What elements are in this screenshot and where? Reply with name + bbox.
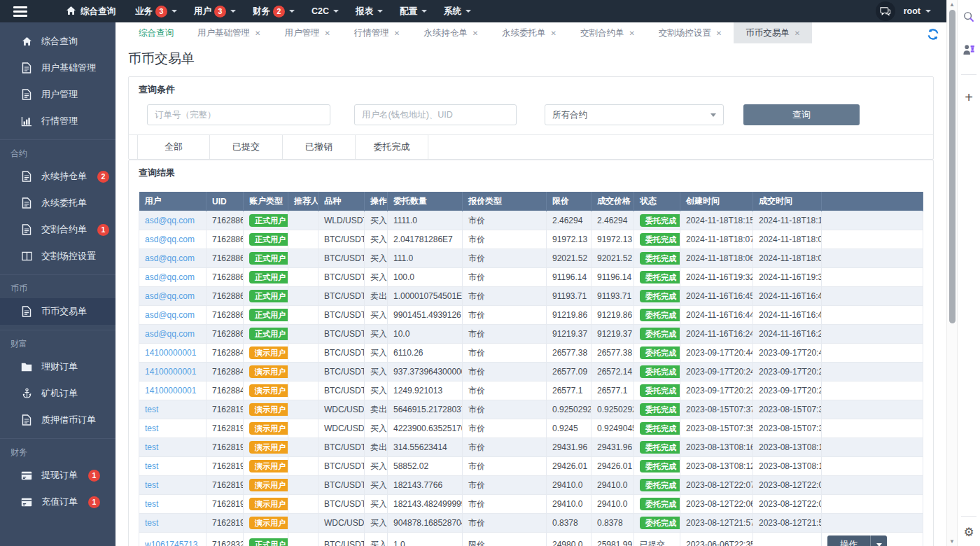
user-link[interactable]: test (145, 405, 158, 414)
tab-用户管理[interactable]: 用户管理✕ (272, 22, 342, 43)
vertical-scrollbar[interactable]: ▲ ▼ (946, 0, 957, 546)
nav-home-link[interactable]: 综合查询 (66, 6, 115, 18)
nav-menu-财务[interactable]: 财务2 (253, 6, 295, 18)
tab-币币交易单[interactable]: 币币交易单✕ (734, 22, 812, 43)
status-cell: 委托完成 (634, 230, 680, 249)
sidebar-item-永续持仓单[interactable]: 永续持仓单2 (0, 163, 115, 190)
home-icon (66, 6, 76, 18)
refresh-icon[interactable] (927, 28, 939, 41)
tab-用户基础管理[interactable]: 用户基础管理✕ (186, 22, 272, 43)
column-header-品种: 品种 (318, 192, 365, 211)
tab-交割场控设置[interactable]: 交割场控设置✕ (647, 22, 734, 43)
settings-gear-icon[interactable]: ⚙ (962, 525, 976, 539)
row-action-button[interactable]: 操作 (827, 536, 887, 546)
row-action-label: 操作 (827, 536, 870, 546)
sidebar-item-用户管理[interactable]: 用户管理 (0, 81, 115, 108)
sidebar-item-综合查询[interactable]: 综合查询 (0, 28, 115, 55)
sidebar-item-交割场控设置[interactable]: 交割场控设置 (0, 243, 115, 270)
tab-close-icon[interactable]: ✕ (716, 29, 722, 37)
status-filter-已撤销[interactable]: 已撤销 (283, 135, 356, 159)
nav-menu-label: C2C (312, 6, 329, 16)
order-id-input[interactable] (147, 104, 330, 125)
created-time-cell: 2024-11-16T16:45:48 (680, 287, 753, 306)
user-menu[interactable]: root (904, 6, 931, 16)
sidebar-item-充值订单[interactable]: 充值订单1 (0, 489, 115, 515)
account-type-badge: 正式用户 (249, 538, 288, 546)
sidebar-item-矿机订单[interactable]: 矿机订单 (0, 380, 115, 407)
search-button[interactable]: 查询 (743, 104, 860, 125)
tab-close-icon[interactable]: ✕ (255, 29, 260, 37)
tab-label: 交割场控设置 (659, 27, 711, 39)
user-link[interactable]: w1061745713 (145, 540, 197, 546)
user-name-input[interactable] (354, 104, 517, 125)
page-title: 币币交易单 (115, 43, 946, 76)
user-link[interactable]: asd@qq.com (145, 234, 195, 244)
nav-menu-配置[interactable]: 配置 (400, 6, 427, 18)
nav-menu-业务[interactable]: 业务3 (135, 6, 177, 18)
tab-永续委托单[interactable]: 永续委托单✕ (490, 22, 568, 43)
user-link[interactable]: test (145, 518, 158, 528)
user-link[interactable]: asd@qq.com (145, 253, 195, 263)
nav-menu-用户[interactable]: 用户3 (194, 6, 236, 18)
user-link[interactable]: test (145, 461, 158, 471)
add-icon[interactable]: + (962, 90, 976, 104)
symbol-cell: BTC/USDT (318, 287, 365, 306)
sidebar-item-行情管理[interactable]: 行情管理 (0, 108, 115, 134)
tab-close-icon[interactable]: ✕ (794, 29, 800, 37)
user-cell: test (139, 476, 206, 495)
sidebar-item-理财订单[interactable]: 理财订单 (0, 354, 115, 380)
members-icon[interactable] (962, 42, 976, 56)
status-filter-已提交[interactable]: 已提交 (210, 135, 283, 159)
status-filter-全部[interactable]: 全部 (137, 135, 210, 159)
column-header-UID: UID (206, 192, 244, 211)
tab-行情管理[interactable]: 行情管理✕ (342, 22, 412, 43)
quote-type-cell: 市价 (463, 363, 547, 382)
user-link[interactable]: test (145, 442, 158, 452)
user-link[interactable]: test (145, 499, 158, 509)
tab-close-icon[interactable]: ✕ (472, 29, 478, 37)
nav-menu-C2C[interactable]: C2C (312, 6, 339, 16)
uid-cell: 7162819 (206, 457, 244, 476)
account-type-badge: 演示用户 (249, 479, 288, 491)
nav-menu-系统[interactable]: 系统 (444, 6, 471, 18)
tab-综合查询[interactable]: 综合查询 (127, 22, 186, 43)
tab-close-icon[interactable]: ✕ (324, 29, 330, 37)
user-link[interactable]: asd@qq.com (145, 272, 195, 282)
tab-交割合约单[interactable]: 交割合约单✕ (568, 22, 647, 43)
table-row: test7162819演示用户BTC/USDT卖出314.55623414市价2… (139, 438, 923, 457)
limit-price-cell: 29410.0 (547, 476, 592, 495)
search-icon[interactable] (962, 10, 976, 24)
tab-close-icon[interactable]: ✕ (629, 29, 634, 37)
user-link[interactable]: asd@qq.com (145, 310, 195, 320)
scroll-up-arrow-icon[interactable]: ▲ (947, 1, 957, 8)
user-link[interactable]: asd@qq.com (145, 329, 195, 339)
nav-menu-报表[interactable]: 报表 (356, 6, 383, 18)
user-link[interactable]: asd@qq.com (145, 291, 195, 301)
chat-icon[interactable] (876, 1, 895, 21)
chevron-down-icon (289, 10, 295, 13)
sidebar-item-永续委托单[interactable]: 永续委托单 (0, 190, 115, 216)
user-link[interactable]: 14100000001 (145, 367, 196, 377)
user-link[interactable]: test (145, 480, 158, 490)
scroll-down-arrow-icon[interactable]: ▼ (947, 538, 957, 545)
scrollbar-thumb[interactable] (949, 10, 955, 323)
sidebar-item-提现订单[interactable]: 提现订单1 (0, 462, 115, 489)
chevron-down-icon[interactable] (870, 536, 887, 546)
tab-close-icon[interactable]: ✕ (394, 29, 400, 37)
sidebar-item-币币交易单[interactable]: 币币交易单 (0, 298, 115, 325)
user-link[interactable]: 14100000001 (145, 348, 196, 358)
tab-永续持仓单[interactable]: 永续持仓单✕ (412, 22, 490, 43)
sidebar-item-交割合约单[interactable]: 交割合约单1 (0, 216, 115, 243)
sidebar-item-用户基础管理[interactable]: 用户基础管理 (0, 55, 115, 81)
right-rail: + ⚙ (957, 0, 980, 546)
tab-close-icon[interactable]: ✕ (551, 29, 556, 37)
sidebar-item-质押借币订单[interactable]: 质押借币订单 (0, 407, 115, 433)
user-link[interactable]: asd@qq.com (145, 216, 195, 225)
contract-select[interactable]: 所有合约 (545, 104, 724, 125)
quote-type-cell: 市价 (463, 306, 547, 325)
symbol-cell: WDC/USDT (318, 400, 365, 419)
user-link[interactable]: test (145, 424, 158, 433)
hamburger-menu-icon[interactable] (0, 0, 41, 22)
user-link[interactable]: 14100000001 (145, 386, 196, 396)
status-filter-委托完成[interactable]: 委托完成 (356, 135, 428, 159)
